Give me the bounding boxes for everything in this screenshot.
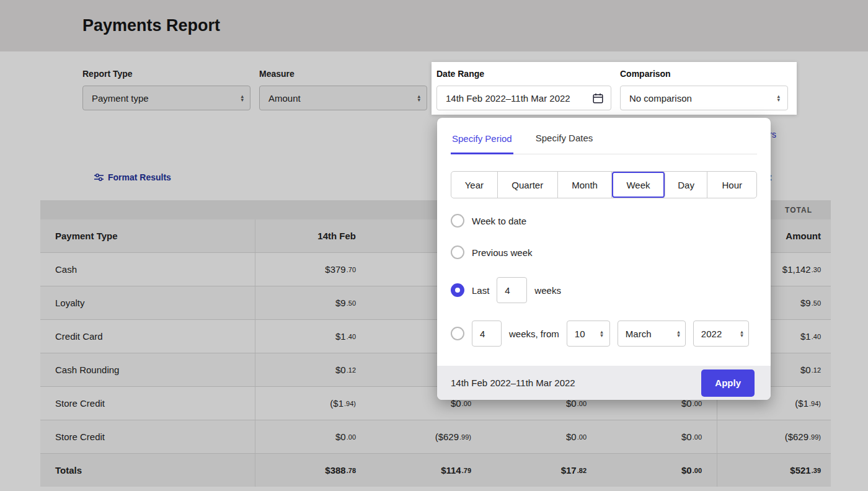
n-weeks-from-input[interactable]: 4 xyxy=(472,321,502,347)
col-header-payment-type: Payment Type xyxy=(40,219,255,252)
format-results-link[interactable]: Format Results xyxy=(94,172,171,182)
period-year[interactable]: Year xyxy=(451,172,498,198)
option-label: weeks, from xyxy=(509,329,559,339)
date-range-popover-strip: Date Range 14th Feb 2022–11th Mar 2022 C… xyxy=(432,62,797,115)
period-quarter[interactable]: Quarter xyxy=(498,172,558,198)
payment-type-cell: Credit Card xyxy=(40,320,255,353)
option-label: weeks xyxy=(534,285,561,296)
date-range-input[interactable]: 14th Feb 2022–11th Mar 2022 xyxy=(436,86,611,110)
calendar-icon[interactable] xyxy=(593,93,603,104)
last-n-weeks-input[interactable]: 4 xyxy=(497,277,527,303)
option-n-weeks-from: 4weeks, from10▴▾March▴▾2022▴▾ xyxy=(451,321,749,347)
amount-cell: $9.50 xyxy=(255,286,371,319)
period-week[interactable]: Week xyxy=(612,172,665,198)
picker-footer: 14th Feb 2022–11th Mar 2022 Apply xyxy=(437,366,771,400)
measure-select[interactable]: Amount ▴▾ xyxy=(259,86,427,110)
amount-cell: $0.00 xyxy=(601,454,717,487)
option-label: Week to date xyxy=(472,216,526,226)
radio-week-to-date[interactable] xyxy=(451,214,464,228)
payment-type-cell: Loyalty xyxy=(40,286,255,319)
radio-n-weeks-from[interactable] xyxy=(451,327,464,340)
radio-last-n-weeks[interactable] xyxy=(451,283,464,297)
period-month[interactable]: Month xyxy=(558,172,612,198)
payment-type-cell: Cash Rounding xyxy=(40,353,255,386)
amount-cell: $379.70 xyxy=(255,253,371,286)
amount-cell: $0.00 xyxy=(255,420,371,453)
stepper-arrows-icon[interactable]: ▴▾ xyxy=(677,330,680,337)
stepper-arrows-icon[interactable]: ▴▾ xyxy=(740,330,743,337)
payment-type-cell: Store Credit xyxy=(40,420,255,453)
comparison-value: No comparison xyxy=(629,93,772,104)
period-hour[interactable]: Hour xyxy=(707,172,756,198)
option-label: Previous week xyxy=(472,247,533,258)
n-weeks-from-select[interactable]: March▴▾ xyxy=(618,321,686,347)
measure-label: Measure xyxy=(259,69,294,79)
report-type-select[interactable]: Payment type ▴▾ xyxy=(82,86,250,110)
stepper-arrows-icon: ▴▾ xyxy=(241,94,244,102)
report-type-value: Payment type xyxy=(92,93,236,104)
stepper-arrows-icon: ▴▾ xyxy=(417,94,420,102)
option-last-n-weeks: Last4weeks xyxy=(451,277,561,303)
selected-range-text: 14th Feb 2022–11th Mar 2022 xyxy=(451,378,575,388)
radio-previous-week[interactable] xyxy=(451,246,464,259)
n-weeks-from-select[interactable]: 2022▴▾ xyxy=(693,321,749,347)
option-previous-week: Previous week xyxy=(451,242,533,262)
payments-report-page: Payments Report Report Type Payment type… xyxy=(0,0,868,491)
table-row: Totals$388.78$114.79$17.82$0.00$521.39 xyxy=(40,453,831,487)
format-results-label: Format Results xyxy=(108,172,171,182)
tab-specify-period[interactable]: Specify Period xyxy=(451,133,513,154)
option-label: Last xyxy=(472,285,489,296)
amount-cell: $114.79 xyxy=(371,454,486,487)
total-group-label: TOTAL xyxy=(785,206,812,215)
amount-cell: $388.78 xyxy=(255,454,371,487)
page-header: Payments Report xyxy=(0,0,868,51)
date-range-label: Date Range xyxy=(436,69,484,79)
apply-button[interactable]: Apply xyxy=(701,369,755,397)
payment-type-cell: Cash xyxy=(40,253,255,286)
date-range-picker-panel: Specify PeriodSpecify Dates YearQuarterM… xyxy=(437,118,771,400)
amount-cell: $17.82 xyxy=(486,454,601,487)
amount-cell: ($1.94) xyxy=(255,387,371,420)
col-header-date: 14th Feb xyxy=(255,219,371,252)
amount-cell: $0.12 xyxy=(255,353,371,386)
option-week-to-date: Week to date xyxy=(451,211,526,231)
picker-tabs: Specify PeriodSpecify Dates xyxy=(451,118,757,154)
stepper-arrows-icon[interactable]: ▴▾ xyxy=(600,330,603,337)
page-title: Payments Report xyxy=(82,16,220,35)
table-row: Store Credit$0.00($629.99)$0.00$0.00($62… xyxy=(40,420,831,453)
amount-cell: $0.00 xyxy=(486,420,601,453)
measure-value: Amount xyxy=(268,93,412,104)
payment-type-cell: Totals xyxy=(40,454,255,487)
total-cell: ($629.99) xyxy=(717,420,831,453)
total-cell: $521.39 xyxy=(717,454,831,487)
report-type-label: Report Type xyxy=(82,69,133,79)
amount-cell: $0.00 xyxy=(601,420,717,453)
comparison-label: Comparison xyxy=(620,69,671,79)
payment-type-cell: Store Credit xyxy=(40,387,255,420)
sliders-icon xyxy=(94,173,104,182)
n-weeks-from-stepper[interactable]: 10▴▾ xyxy=(567,321,610,347)
stepper-arrows-icon: ▴▾ xyxy=(777,94,780,102)
amount-cell: ($629.99) xyxy=(371,420,486,453)
period-day[interactable]: Day xyxy=(665,172,708,198)
amount-cell: $1.40 xyxy=(255,320,371,353)
tab-specify-dates[interactable]: Specify Dates xyxy=(534,133,595,154)
comparison-select[interactable]: No comparison ▴▾ xyxy=(620,86,788,110)
date-range-value: 14th Feb 2022–11th Mar 2022 xyxy=(446,93,593,104)
period-group: YearQuarterMonthWeekDayHour xyxy=(451,171,757,198)
